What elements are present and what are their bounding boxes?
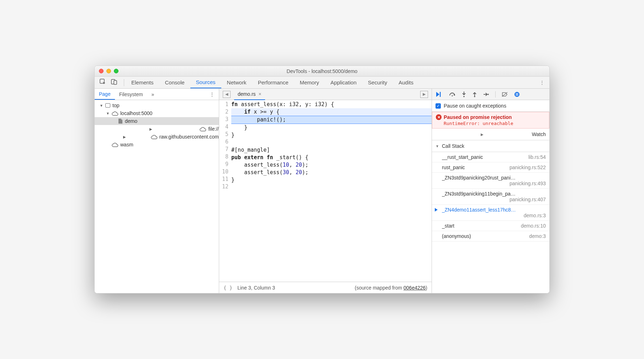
device-toggle-icon[interactable] <box>111 79 117 86</box>
tree-item[interactable]: demo <box>95 117 219 125</box>
step-over-button[interactable] <box>449 92 455 97</box>
navigator-tabs: PageFilesystem » ⋮ <box>95 89 219 100</box>
svg-point-4 <box>452 95 453 96</box>
tree-item[interactable]: top <box>95 102 219 109</box>
pause-exceptions-label: Pause on caught exceptions <box>444 103 506 109</box>
file-icon <box>118 118 123 124</box>
svg-point-5 <box>463 96 465 97</box>
cloud-icon <box>112 111 118 116</box>
svg-point-6 <box>474 96 475 97</box>
nav-back-icon[interactable]: ◀ <box>223 91 231 98</box>
stack-frame[interactable]: _ZN3std9panicking11begin_pa…panicking.rs… <box>432 189 549 205</box>
nav-forward-icon[interactable]: ▶ <box>420 91 428 98</box>
svg-rect-11 <box>517 93 518 96</box>
tree-item-label: top <box>112 103 119 108</box>
pause-exceptions-checkbox[interactable]: ✓ <box>436 103 441 109</box>
pause-on-exceptions-button[interactable] <box>514 92 520 97</box>
svg-rect-3 <box>440 92 441 97</box>
tab-sources[interactable]: Sources <box>190 77 221 88</box>
step-into-button[interactable] <box>462 92 466 97</box>
tree-item-label: demo <box>125 118 137 124</box>
code-editor[interactable]: 123456789101112 fn assert_less(x: i32, y… <box>219 100 432 282</box>
cloud-icon <box>112 142 118 147</box>
stack-frame[interactable]: demo.rs:10_start <box>432 221 549 231</box>
file-tree: toplocalhost:5000demofile://raw.githubus… <box>95 100 219 293</box>
tab-performance[interactable]: Performance <box>252 77 294 88</box>
paused-detail: RuntimeError: unreachable <box>444 121 545 126</box>
stack-frame[interactable]: demo:3(anonymous) <box>432 231 549 241</box>
navigator-panel: PageFilesystem » ⋮ toplocalhost:5000demo… <box>95 89 219 293</box>
pause-exceptions-section: ✓ Pause on caught exceptions <box>432 100 549 112</box>
editor-status-bar: { } Line 3, Column 3 (source mapped from… <box>219 282 432 293</box>
paused-banner: ✕Paused on promise rejection RuntimeErro… <box>432 112 549 129</box>
main-tabs: ElementsConsoleSourcesNetworkPerformance… <box>95 77 549 89</box>
stack-frame[interactable]: _ZN3std9panicking20rust_pani…panicking.r… <box>432 173 549 189</box>
source-map-link[interactable]: 006e4226 <box>403 285 426 291</box>
tab-audits[interactable]: Audits <box>393 77 419 88</box>
navigator-tab-filesystem[interactable]: Filesystem <box>115 89 147 100</box>
tree-item-label: file:// <box>208 126 219 132</box>
stack-frame[interactable]: panicking.rs:522rust_panic <box>432 162 549 173</box>
window-title: DevTools - localhost:5000/demo <box>95 68 549 74</box>
svg-rect-10 <box>516 93 517 96</box>
callstack-header[interactable]: Call Stack <box>432 140 549 152</box>
navigator-overflow-icon[interactable]: » <box>147 89 159 100</box>
titlebar: DevTools - localhost:5000/demo <box>95 66 549 77</box>
tree-item-label: localhost:5000 <box>120 110 152 116</box>
tab-application[interactable]: Application <box>325 77 362 88</box>
cloud-icon <box>200 127 206 131</box>
call-stack-list: lib.rs:54__rust_start_panicpanicking.rs:… <box>432 152 549 293</box>
stack-frame[interactable]: _ZN4demo11assert_less17hc8…demo.rs:3 <box>432 205 549 221</box>
error-icon: ✕ <box>436 114 442 120</box>
tree-item-label: wasm <box>120 142 133 147</box>
tab-network[interactable]: Network <box>221 77 252 88</box>
devtools-window: DevTools - localhost:5000/demo ElementsC… <box>94 66 550 293</box>
editor-panel: ◀ demo.rs × ▶ 123456789101112 fn assert_… <box>219 89 432 293</box>
pretty-print-icon[interactable]: { } <box>223 285 232 291</box>
tab-elements[interactable]: Elements <box>126 77 159 88</box>
debugger-toolbar <box>432 89 549 100</box>
watch-section[interactable]: Watch <box>432 129 549 140</box>
tree-item-label: raw.githubusercontent.com <box>159 134 219 140</box>
file-tab-label: demo.rs <box>238 91 256 97</box>
navigator-menu-icon[interactable]: ⋮ <box>205 89 219 100</box>
source-map-info: (source mapped from 006e4226) <box>355 285 427 291</box>
svg-point-7 <box>487 94 489 95</box>
frame-icon <box>105 103 110 108</box>
svg-point-9 <box>514 92 519 97</box>
file-tab-demo-rs[interactable]: demo.rs × <box>234 89 265 100</box>
stack-frame[interactable]: lib.rs:54__rust_start_panic <box>432 152 549 162</box>
resume-button[interactable] <box>436 92 443 97</box>
tree-item[interactable]: raw.githubusercontent.com <box>95 133 219 141</box>
tree-item[interactable]: file:// <box>95 125 219 133</box>
tab-security[interactable]: Security <box>362 77 393 88</box>
cursor-position: Line 3, Column 3 <box>237 285 275 291</box>
step-out-button[interactable] <box>473 92 477 97</box>
code-content: fn assert_less(x: i32, y: i32) { if x >=… <box>231 100 432 282</box>
tree-item[interactable]: wasm <box>95 141 219 149</box>
close-tab-icon[interactable]: × <box>259 91 262 97</box>
svg-rect-2 <box>114 80 117 84</box>
line-gutter: 123456789101112 <box>219 100 231 282</box>
navigator-tab-page[interactable]: Page <box>95 89 115 100</box>
collapse-icon <box>436 144 439 148</box>
cloud-icon <box>151 135 157 139</box>
tree-item[interactable]: localhost:5000 <box>95 109 219 117</box>
inspect-icon[interactable] <box>100 79 106 86</box>
debugger-panel: ✓ Pause on caught exceptions ✕Paused on … <box>432 89 549 293</box>
tab-memory[interactable]: Memory <box>294 77 325 88</box>
tab-console[interactable]: Console <box>159 77 190 88</box>
expand-icon <box>436 132 529 136</box>
step-button[interactable] <box>483 92 489 97</box>
more-menu-icon[interactable]: ⋮ <box>535 80 549 85</box>
deactivate-breakpoints-button[interactable] <box>502 92 508 97</box>
